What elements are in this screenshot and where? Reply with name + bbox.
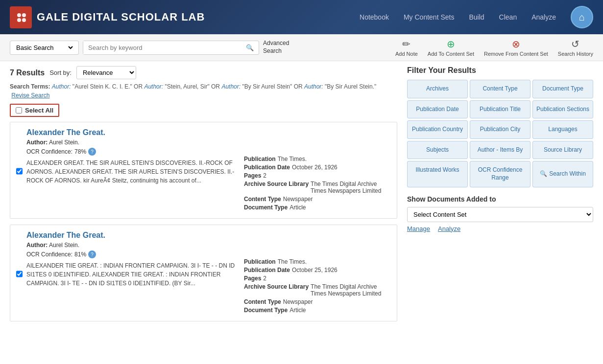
home-button[interactable]: ⌂ <box>571 6 593 28</box>
search-terms-author-label2: Author: <box>144 83 163 90</box>
svg-point-3 <box>22 18 26 22</box>
filter-content-type[interactable]: Content Type <box>470 80 531 98</box>
search-area: Basic Search Advanced Search 🔍 Advanced … <box>10 40 381 55</box>
toolbar: Basic Search Advanced Search 🔍 Advanced … <box>0 34 603 61</box>
filter-publication-title[interactable]: Publication Title <box>470 100 531 119</box>
filter-subjects[interactable]: Subjects <box>407 141 468 159</box>
nav-analyze[interactable]: Analyze <box>531 13 556 21</box>
logo-area: GALE DIGITAL SCHOLAR LAB <box>10 6 205 28</box>
add-note-button[interactable]: ✏ Add Note <box>395 38 418 57</box>
search-history-button[interactable]: ↺ Search History <box>558 38 593 57</box>
search-history-label: Search History <box>558 51 593 57</box>
result-author-2: Aurel Stein. <box>49 242 79 249</box>
pages-2: 2 <box>263 275 266 282</box>
filter-publication-sections[interactable]: Publication Sections <box>532 100 593 119</box>
result-content-2: AILEXANDER TIIE GREAT. : INDIAN FRONTIER… <box>26 258 391 315</box>
pub-name-1: The Times. <box>278 156 307 162</box>
svg-point-2 <box>17 18 21 22</box>
result-author-1: Aurel Stein. <box>49 139 79 146</box>
result-snippet-1: ALEXANDER GREAT. THE SIR AUREL STEIN'S D… <box>26 156 236 212</box>
archive-2: The Times Digital Archive Times Newspape… <box>311 283 381 297</box>
ocr-help-icon-1[interactable]: ? <box>88 148 96 156</box>
filter-publication-date[interactable]: Publication Date <box>407 100 468 119</box>
main-nav: Notebook My Content Sets Build Clean Ana… <box>360 6 593 28</box>
filter-languages[interactable]: Languages <box>532 120 593 139</box>
header: GALE DIGITAL SCHOLAR LAB Notebook My Con… <box>0 0 603 34</box>
content-type-2: Newspaper <box>283 298 313 305</box>
search-input-wrap: 🔍 <box>83 41 259 55</box>
search-input[interactable] <box>83 41 241 54</box>
result-meta-2: Author: Aurel Stein. <box>26 242 391 249</box>
remove-from-content-set-button[interactable]: ⊗ Remove From Content Set <box>484 38 548 57</box>
main-content: 7 Results Sort by: Relevance Date (Newes… <box>0 61 603 332</box>
ocr-info-1: OCR Confidence: 78% ? <box>26 148 391 156</box>
advanced-search-link[interactable]: Advanced Search <box>263 40 289 55</box>
result-item-2: Alexander The Great. Author: Aurel Stein… <box>10 225 397 321</box>
sort-select[interactable]: Relevance Date (Newest) Date (Oldest) Ti… <box>76 66 136 79</box>
filter-ocr-confidence-range[interactable]: OCR Confidence Range <box>470 161 531 187</box>
filter-document-type[interactable]: Document Type <box>532 80 593 98</box>
logo-icon <box>10 6 32 28</box>
search-within-icon: 🔍 <box>540 170 547 178</box>
result-checkbox-2[interactable] <box>16 233 23 315</box>
content-set-select[interactable]: Select Content Set <box>407 207 593 222</box>
ocr-info-2: OCR Confidence: 81% ? <box>26 250 391 258</box>
select-all-row[interactable]: Select All <box>10 104 59 117</box>
nav-notebook[interactable]: Notebook <box>360 13 389 21</box>
analyze-link[interactable]: Analyze <box>438 225 460 232</box>
search-icon[interactable]: 🔍 <box>241 41 259 54</box>
add-to-content-set-button[interactable]: ⊕ Add To Content Set <box>428 38 474 57</box>
filter-source-library[interactable]: Source Library <box>532 141 593 159</box>
manage-link[interactable]: Manage <box>407 225 430 232</box>
remove-content-set-icon: ⊗ <box>512 38 520 50</box>
filter-search-within[interactable]: 🔍 Search Within <box>532 161 593 187</box>
nav-build[interactable]: Build <box>469 13 484 21</box>
revise-search-link[interactable]: Revise Search <box>11 92 49 99</box>
filter-publication-country[interactable]: Publication Country <box>407 120 468 139</box>
show-documents-links: Manage Analyze <box>407 225 593 232</box>
ocr-help-icon-2[interactable]: ? <box>88 250 96 258</box>
add-content-set-icon: ⊕ <box>447 38 455 50</box>
pages-1: 2 <box>263 172 266 179</box>
search-terms-label: Search Terms: <box>10 83 50 90</box>
search-history-icon: ↺ <box>571 38 579 50</box>
doc-type-1: Article <box>289 204 306 211</box>
nav-my-content-sets[interactable]: My Content Sets <box>404 13 455 21</box>
logo-text: GALE DIGITAL SCHOLAR LAB <box>37 11 205 23</box>
filter-publication-city[interactable]: Publication City <box>470 120 531 139</box>
filter-archives[interactable]: Archives <box>407 80 468 98</box>
add-note-icon: ✏ <box>402 38 410 50</box>
filter-author-items-by[interactable]: Author - Items By <box>470 141 531 159</box>
search-terms-author-label4: Author: <box>304 83 323 90</box>
toolbar-actions: ✏ Add Note ⊕ Add To Content Set ⊗ Remove… <box>395 38 593 57</box>
select-all-checkbox[interactable] <box>16 107 22 114</box>
remove-content-set-label: Remove From Content Set <box>484 51 548 57</box>
pub-name-2: The Times. <box>278 258 307 265</box>
svg-point-0 <box>17 13 21 17</box>
result-item: Alexander The Great. Author: Aurel Stein… <box>10 122 397 219</box>
show-documents-title: Show Documents Added to <box>407 195 593 203</box>
sidebar: Filter Your Results Archives Content Typ… <box>407 66 593 327</box>
search-type-select[interactable]: Basic Search Advanced Search <box>14 44 74 52</box>
results-area: 7 Results Sort by: Relevance Date (Newes… <box>10 66 397 327</box>
result-title-2[interactable]: Alexander The Great. <box>26 231 391 240</box>
search-terms-author-label3: Author: <box>221 83 241 90</box>
result-content-1: ALEXANDER GREAT. THE SIR AUREL STEIN'S D… <box>26 156 391 212</box>
pub-date-1: October 26, 1926 <box>292 164 338 171</box>
nav-clean[interactable]: Clean <box>499 13 517 21</box>
result-snippet-2: AILEXANDER TIIE GREAT. : INDIAN FRONTIER… <box>26 258 236 315</box>
svg-point-1 <box>22 13 26 17</box>
search-type-dropdown[interactable]: Basic Search Advanced Search <box>10 41 79 55</box>
ocr-confidence-2: 81% <box>74 251 86 258</box>
filter-title: Filter Your Results <box>407 66 593 75</box>
filter-grid: Archives Content Type Document Type Publ… <box>407 80 593 187</box>
filter-illustrated-works[interactable]: Illustrated Works <box>407 161 468 187</box>
archive-1: The Times Digital Archive Times Newspape… <box>311 181 381 194</box>
result-meta-1: Author: Aurel Stein. <box>26 139 391 146</box>
add-content-set-label: Add To Content Set <box>428 51 474 57</box>
result-checkbox-1[interactable] <box>16 130 23 212</box>
sort-label: Sort by: <box>49 69 72 76</box>
results-count: 7 Results <box>10 68 45 77</box>
add-note-label: Add Note <box>395 51 418 57</box>
result-title-1[interactable]: Alexander The Great. <box>26 128 391 137</box>
